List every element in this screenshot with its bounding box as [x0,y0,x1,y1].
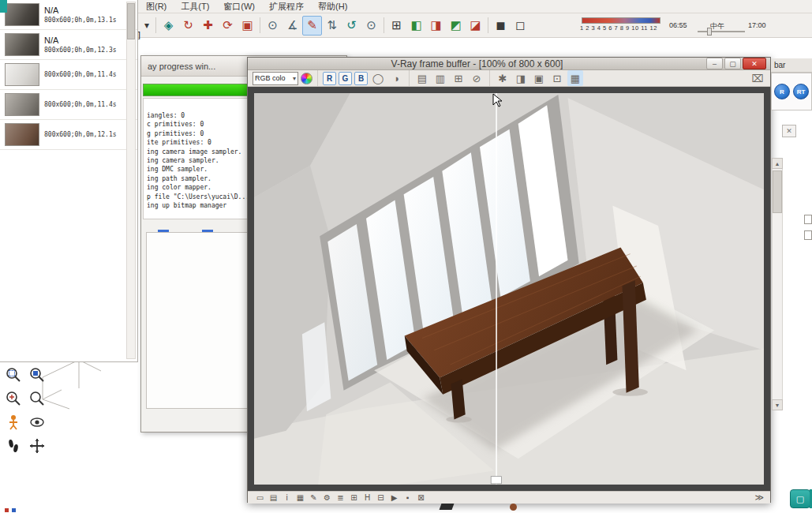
gear-icon[interactable]: ⚙ [321,492,333,504]
shaded-view-icon[interactable]: ◼ [491,16,511,36]
time-slider-track[interactable] [698,31,745,32]
track-mouse-icon[interactable]: ✱ [495,70,511,86]
vray-render-icon[interactable]: ↻ [178,16,198,36]
scroll-up-icon[interactable]: ▲ [772,158,783,169]
look-around-icon[interactable] [25,410,49,434]
close-box-icon[interactable]: ⊠ [415,492,427,504]
copy-buffer-icon[interactable]: ⊞ [451,70,466,86]
truncated-link[interactable] [202,230,213,232]
vray-toolbar-cube-icon[interactable]: ▢ [790,489,810,508]
list-icon[interactable]: ≣ [335,492,346,504]
close-button[interactable]: ✕ [743,58,766,69]
zoom-extents-icon[interactable] [2,387,25,410]
grid-icon[interactable]: ▦ [294,492,306,504]
time-slider-thumb[interactable] [707,28,712,36]
orbit-icon[interactable]: ↺ [342,16,361,36]
pan-icon[interactable]: ⇅ [322,16,342,36]
page-icon[interactable] [804,215,812,224]
section-plane-icon[interactable]: ◧ [406,16,426,36]
vray-asset-editor-icon[interactable]: ◈ [159,16,178,36]
stamp-icon[interactable]: ▣ [531,70,547,86]
history-detail: 800x600;0h,0m,11.4s [44,100,117,109]
panel-close-icon[interactable]: ✕ [782,125,796,137]
menu-extensions[interactable]: 扩展程序 [262,0,311,13]
refresh-render-icon[interactable]: ⟳ [218,16,238,36]
zoom-window-icon[interactable] [2,363,25,387]
page-icon[interactable] [804,230,812,240]
vfb-title-bar[interactable]: V-Ray frame buffer - [100% of 800 x 600]… [248,58,770,70]
alpha-channel-icon[interactable]: ◯ [370,70,386,86]
history-detail: 800x600;0h,0m,13.1s [44,16,117,24]
position-camera-icon[interactable] [2,410,25,434]
menu-view[interactable]: 图(R) [139,0,174,13]
walk-icon[interactable] [2,434,25,458]
load-image-icon[interactable]: ▥ [432,70,448,86]
plus-box-icon[interactable]: ⊞ [348,492,360,504]
history-scrollbar-thumb[interactable] [127,3,135,39]
mono-channel-icon[interactable]: ◑ [388,70,404,86]
region-render-icon[interactable]: ▦ [567,70,583,86]
channel-select-value: RGB colo [255,74,286,82]
history-item[interactable]: N/A800x600;0h,0m,13.1s [0,0,137,30]
clear-image-icon[interactable]: ⊘ [469,70,485,86]
wireframe-view-icon[interactable]: ◻ [511,16,530,36]
stop-icon[interactable]: ▪ [402,492,413,504]
app-corner-accent [0,0,7,13]
maximize-button[interactable]: ▢ [724,58,741,69]
menu-window[interactable]: 窗口(W) [216,0,262,13]
play-icon[interactable]: ▶ [388,492,400,504]
zoom-previous-icon[interactable] [25,363,49,387]
history-detail: 800x600;0h,0m,12.1s [44,130,117,139]
info-icon[interactable]: i [281,492,293,504]
pen-icon[interactable]: ✎ [308,492,320,504]
time-current: 06:55 [669,21,687,29]
rt-render-button[interactable]: RT [793,84,809,99]
vfb-status-bar: ▭ ▤ i ▦ ✎ ⚙ ≣ ⊞ H ⊟ ▶ ▪ ⊠ ≫ [248,491,770,504]
minus-box-icon[interactable]: ⊟ [375,492,387,504]
blue-channel-toggle[interactable]: B [354,72,368,85]
sheet-icon[interactable]: ▤ [268,492,279,504]
minimize-button[interactable]: – [706,58,723,69]
measure-icon[interactable]: ∡ [283,16,302,36]
toolbar-dropdown-caret[interactable]: ▾ [140,16,153,36]
render-thumbnail [5,63,39,86]
section-cut-icon[interactable]: ◨ [426,16,446,36]
progress-title: ay progress win... [148,62,215,71]
history-item[interactable]: 800x600;0h,0m,11.4s [0,90,137,120]
history-scrollbar[interactable] [126,2,136,359]
section-outline-icon[interactable]: ◪ [466,16,485,36]
color-wheel-icon[interactable] [301,73,312,84]
ab-compare-icon[interactable]: ◨ [513,70,529,86]
red-channel-toggle[interactable]: R [323,72,336,85]
section-fill-icon[interactable]: ◩ [446,16,466,36]
expand-chevron-icon[interactable]: ≫ [754,492,764,503]
pan-icon[interactable] [25,434,49,458]
histogram-icon[interactable]: H [361,492,373,504]
green-channel-toggle[interactable]: G [339,72,352,85]
truncated-link[interactable] [158,230,169,232]
right-scrollbar-thumb[interactable] [773,170,782,213]
history-item[interactable]: N/A800x600;0h,0m,12.3s [0,30,137,60]
history-item[interactable]: 800x600;0h,0m,11.4s [0,60,137,90]
menu-help[interactable]: 帮助(H) [311,0,354,13]
zoom-extents-icon[interactable]: ⊙ [361,16,381,36]
axes-icon[interactable]: ⊞ [387,16,406,36]
render-button[interactable]: R [774,84,790,99]
render-region-icon[interactable]: ▣ [238,16,257,36]
stamp-toggle-icon[interactable]: ▭ [254,492,266,504]
color-correction-icon[interactable]: ⊡ [549,70,565,86]
scroll-down-icon[interactable]: ▼ [772,399,783,410]
menu-tools[interactable]: 工具(T) [174,0,216,13]
date-slider-gradient[interactable] [582,17,660,24]
zoom-tool-icon[interactable] [25,387,49,410]
vfb-canvas[interactable] [248,87,770,491]
vfb-toolbar: RGB colo▾ R G B ◯ ◑ ▤ ▥ ⊞ ⊘ ✱ ◨ ▣ ⊡ ▦ ⌧ [248,70,770,87]
save-image-icon[interactable]: ▤ [414,70,430,86]
paint-icon[interactable]: ✎ [302,16,322,36]
channel-select[interactable]: RGB colo▾ [253,72,298,85]
render-thumbnail [5,93,39,116]
history-item[interactable]: 800x600;0h,0m,12.1s [0,120,137,150]
move-icon[interactable]: ✚ [198,16,218,36]
zoom-icon[interactable]: ⊙ [263,16,283,36]
clear-broom-icon[interactable]: ⌧ [750,70,765,86]
